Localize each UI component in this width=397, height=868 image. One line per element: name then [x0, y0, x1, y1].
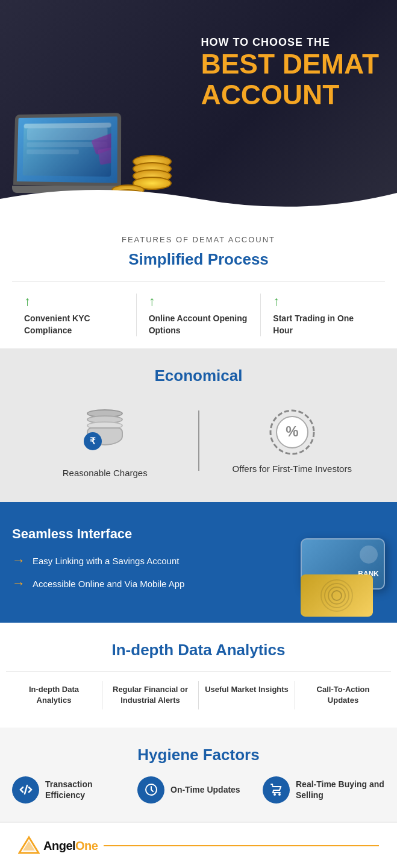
laptop-screen [13, 113, 121, 187]
gear-percent-icon: % [268, 408, 316, 456]
hygiene-section: Hygiene Factors Transaction Efficiency O… [0, 728, 397, 822]
logo-text: AngelOne [43, 840, 98, 852]
hygiene-heading: Hygiene Factors [12, 746, 385, 764]
features-section: FEATURES OF DEMAT ACCOUNT Simplified Pro… [0, 217, 397, 348]
ontime-label: On-Time Updates [170, 784, 240, 795]
footer-line [104, 845, 379, 846]
arrow-icon-1: → [12, 553, 25, 568]
analytics-item-2: Regular Financial or Industrial Alerts [102, 681, 199, 709]
hero-main-title: BEST DEMAT ACCOUNT [201, 49, 379, 110]
analytics-item-4: Call-To-Action Updates [295, 681, 391, 709]
offers-icon: % [268, 408, 316, 456]
eco-item-charges: ₹ Reasonable Charges [12, 397, 198, 484]
seamless-content: Seamless Interface → Easy Linking with a… [12, 526, 385, 599]
transaction-label: Transaction Efficiency [45, 779, 134, 800]
footer-section: AngelOne [0, 822, 397, 868]
hygiene-items: Transaction Efficiency On-Time Updates R… [12, 776, 385, 804]
transaction-icon-circle [12, 776, 39, 804]
charges-label: Reasonable Charges [63, 468, 148, 478]
coin-stack-large [133, 155, 172, 184]
hero-title: HOW TO CHOOSE THE BEST DEMAT ACCOUNT [201, 36, 379, 110]
eco-item-offers: % Offers for First-Time Investors [199, 402, 386, 480]
clock-icon [144, 782, 158, 797]
analytics-item-1: In-depth Data Analytics [6, 681, 102, 709]
analytics-item-3: Useful Market Insights [199, 681, 295, 709]
analytics-section: In-depth Data Analytics In-depth Data An… [0, 623, 397, 727]
angelone-logo-icon [18, 835, 40, 857]
offers-label: Offers for First-Time Investors [233, 464, 352, 474]
realtime-icon-circle [263, 776, 290, 804]
hero-wave [0, 181, 397, 217]
economical-heading: Economical [12, 366, 385, 385]
analytics-heading: In-depth Data Analytics [6, 641, 391, 659]
process-text-2: Online Account Opening Options [149, 313, 249, 336]
seamless-item-savings: → Easy Linking with a Savings Account [12, 553, 385, 568]
section-label: FEATURES OF DEMAT ACCOUNT [12, 235, 385, 244]
economical-items: ₹ Reasonable Charges % [12, 397, 385, 484]
cart-icon [269, 782, 284, 797]
process-text-1: Convenient KYC Compliance [24, 313, 124, 336]
hero-section: $ HOW TO CHOOSE THE BEST DEMAT ACCOUNT [0, 0, 397, 217]
transaction-icon [19, 782, 33, 797]
seamless-item-mobile: → Accessible Online and Via Mobile App [12, 576, 385, 591]
process-arrow-1: ↑ [24, 294, 31, 309]
process-item-trading: ↑ Start Trading in One Hour [261, 294, 385, 336]
process-arrow-3: ↑ [273, 294, 280, 309]
hygiene-item-ontime: On-Time Updates [137, 776, 260, 804]
process-item-kyc: ↑ Convenient KYC Compliance [12, 294, 137, 336]
process-text-3: Start Trading in One Hour [273, 313, 373, 336]
process-item-online: ↑ Online Account Opening Options [137, 294, 261, 336]
charges-icon: ₹ [81, 403, 129, 451]
seamless-section: Seamless Interface → Easy Linking with a… [0, 502, 397, 623]
ontime-icon-circle [137, 776, 164, 804]
realtime-label: Real-Time Buying and Selling [296, 779, 385, 800]
hygiene-item-realtime: Real-Time Buying and Selling [263, 776, 385, 804]
economical-section: Economical ₹ Reasonable Charges [0, 348, 397, 502]
angel-logo: AngelOne [18, 835, 98, 857]
simplified-heading: Simplified Process [12, 250, 385, 269]
seamless-heading: Seamless Interface [12, 526, 385, 542]
process-arrow-2: ↑ [149, 294, 155, 309]
analytics-items: In-depth Data Analytics Regular Financia… [6, 671, 391, 709]
svg-text:%: % [286, 423, 298, 439]
process-items: ↑ Convenient KYC Compliance ↑ Online Acc… [12, 281, 385, 336]
arrow-icon-2: → [12, 576, 25, 591]
hygiene-item-transaction: Transaction Efficiency [12, 776, 134, 804]
seamless-text-1: Easy Linking with a Savings Account [33, 556, 179, 566]
hero-subtitle: HOW TO CHOOSE THE [201, 36, 379, 49]
seamless-text-2: Accessible Online and Via Mobile App [33, 579, 184, 589]
